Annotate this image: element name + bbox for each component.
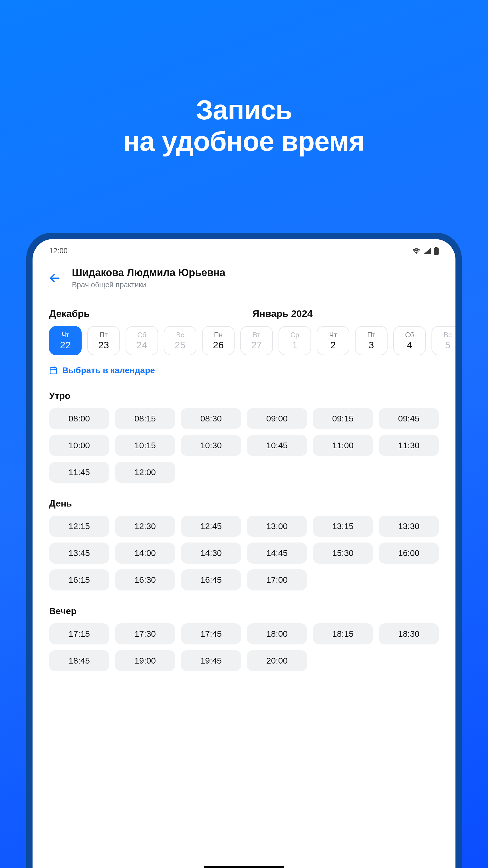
date-pill: Вт27 (240, 326, 273, 355)
date-num: 26 (213, 340, 224, 351)
date-dow: Пн (214, 331, 223, 339)
date-dow: Чт (62, 331, 69, 339)
app-header: Шидакова Людмила Юрьевна Врач общей прак… (33, 260, 455, 289)
time-slot[interactable]: 19:45 (181, 650, 241, 671)
date-pill[interactable]: Сб4 (393, 326, 426, 355)
time-slot[interactable]: 11:00 (313, 435, 373, 456)
date-pill: Вс25 (164, 326, 196, 355)
date-num: 25 (175, 340, 186, 351)
time-slot[interactable]: 10:30 (181, 435, 241, 456)
date-num: 1 (292, 340, 298, 351)
time-slot[interactable]: 18:30 (379, 623, 439, 645)
date-num: 24 (136, 340, 147, 351)
battery-icon (434, 247, 439, 255)
date-dow: Вт (253, 331, 260, 339)
time-slot[interactable]: 18:45 (49, 650, 109, 671)
date-dow: Ср (291, 331, 299, 339)
time-slot[interactable]: 17:30 (115, 623, 175, 645)
time-slot[interactable]: 09:00 (247, 408, 307, 429)
calendar-link-label: Выбрать в календаре (62, 366, 155, 375)
date-dow: Чт (329, 331, 337, 339)
date-dow: Пт (367, 331, 375, 339)
date-num: 27 (251, 340, 262, 351)
time-slot[interactable]: 11:30 (379, 435, 439, 456)
date-num: 23 (98, 340, 109, 351)
signal-icon (423, 248, 431, 254)
time-slot[interactable]: 14:00 (115, 542, 175, 564)
status-bar: 12:00 (33, 239, 455, 260)
date-pill[interactable]: Чт2 (317, 326, 349, 355)
date-scroller[interactable]: Чт22Пт23Сб24Вс25Пн26Вт27Ср1Чт2Пт3Сб4Вс5 (33, 319, 455, 355)
time-slot[interactable]: 16:15 (49, 569, 109, 590)
hero-line-1: Запись (0, 94, 488, 126)
time-slot[interactable]: 20:00 (247, 650, 307, 671)
time-slot[interactable]: 16:00 (379, 542, 439, 564)
calendar-link[interactable]: Выбрать в календаре (33, 355, 455, 375)
time-slot[interactable]: 12:45 (181, 516, 241, 537)
date-pill[interactable]: Пн26 (202, 326, 235, 355)
time-slot[interactable]: 13:00 (247, 516, 307, 537)
time-slot[interactable]: 13:45 (49, 542, 109, 564)
time-slot[interactable]: 12:00 (115, 462, 175, 483)
hero-line-2: на удобное время (0, 126, 488, 157)
time-section: День12:1512:3012:4513:0013:1513:3013:451… (33, 483, 455, 590)
date-pill[interactable]: Пт23 (87, 326, 120, 355)
back-button[interactable] (47, 270, 63, 286)
time-slot[interactable]: 09:45 (379, 408, 439, 429)
time-slot[interactable]: 08:15 (115, 408, 175, 429)
svg-rect-1 (434, 248, 438, 255)
time-slot[interactable]: 18:00 (247, 623, 307, 645)
time-slot[interactable]: 14:45 (247, 542, 307, 564)
time-slot[interactable]: 10:00 (49, 435, 109, 456)
date-dow: Вс (444, 331, 452, 339)
status-time: 12:00 (49, 246, 68, 255)
time-slot[interactable]: 17:15 (49, 623, 109, 645)
date-pill[interactable]: Чт22 (49, 326, 82, 355)
slot-grid: 17:1517:3017:4518:0018:1518:3018:4519:00… (49, 623, 439, 671)
time-slot[interactable]: 11:45 (49, 462, 109, 483)
time-slot[interactable]: 12:15 (49, 516, 109, 537)
time-slot[interactable]: 17:00 (247, 569, 307, 590)
section-title: Вечер (49, 606, 439, 616)
time-slot[interactable]: 12:30 (115, 516, 175, 537)
time-slot[interactable]: 19:00 (115, 650, 175, 671)
months-row: Декабрь Январь 2024 (33, 289, 455, 319)
time-slot[interactable]: 16:30 (115, 569, 175, 590)
doctor-spec: Врач общей практики (72, 280, 225, 289)
time-slot[interactable]: 08:00 (49, 408, 109, 429)
date-pill: Вс5 (431, 326, 455, 355)
time-slot[interactable]: 10:45 (247, 435, 307, 456)
slot-grid: 12:1512:3012:4513:0013:1513:3013:4514:00… (49, 516, 439, 590)
time-slot[interactable]: 18:15 (313, 623, 373, 645)
time-slot[interactable]: 13:30 (379, 516, 439, 537)
time-slot[interactable]: 14:30 (181, 542, 241, 564)
doctor-block: Шидакова Людмила Юрьевна Врач общей прак… (72, 267, 225, 289)
wifi-icon (412, 248, 421, 254)
app-screen: 12:00 Шидакова Людмила Юрьевна Врач обще… (33, 239, 455, 868)
time-slot[interactable]: 13:15 (313, 516, 373, 537)
date-num: 5 (445, 340, 451, 351)
date-dow: Пт (100, 331, 107, 339)
date-pill[interactable]: Пт3 (355, 326, 388, 355)
section-title: День (49, 498, 439, 509)
date-num: 2 (330, 340, 336, 351)
month-right: Январь 2024 (126, 308, 439, 319)
section-title: Утро (49, 391, 439, 401)
calendar-icon (49, 366, 58, 375)
time-section: Утро08:0008:1508:3009:0009:1509:4510:001… (33, 375, 455, 483)
time-slot[interactable]: 16:45 (181, 569, 241, 590)
time-slot[interactable]: 15:30 (313, 542, 373, 564)
date-dow: Вс (176, 331, 184, 339)
date-dow: Сб (405, 331, 414, 339)
time-slot[interactable]: 09:15 (313, 408, 373, 429)
arrow-left-icon (48, 272, 61, 284)
time-slot[interactable]: 10:15 (115, 435, 175, 456)
time-slot[interactable]: 17:45 (181, 623, 241, 645)
date-num: 3 (369, 340, 374, 351)
date-num: 22 (60, 340, 71, 351)
home-indicator[interactable] (204, 866, 284, 868)
status-icons (412, 247, 439, 255)
time-section: Вечер17:1517:3017:4518:0018:1518:3018:45… (33, 590, 455, 671)
date-pill: Сб24 (126, 326, 158, 355)
time-slot[interactable]: 08:30 (181, 408, 241, 429)
